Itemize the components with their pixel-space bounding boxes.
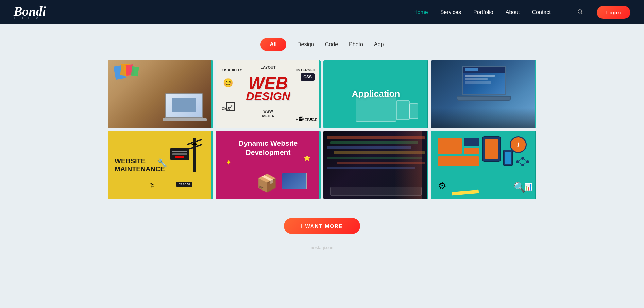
portfolio-item-7[interactable] <box>323 131 428 199</box>
app-card-label: Application <box>352 89 400 99</box>
pencil-icon <box>452 190 479 196</box>
laptop-screen <box>462 66 506 95</box>
date-badge: 05.20.59 <box>176 182 192 187</box>
mouse-icon-5: 🖱 <box>149 182 156 191</box>
nav-divider <box>563 8 563 16</box>
svg-line-1 <box>581 13 582 14</box>
app-monitor <box>356 96 396 122</box>
portfolio-item-4[interactable] <box>431 60 536 128</box>
portfolio-item-5[interactable]: WEBSITEMAINTENANCE 🔧 ☁ 🖱 05.20.59 <box>108 131 213 199</box>
logo: Bondi T H E M E <box>14 5 48 20</box>
wd-tag-layout: LAYOUT <box>260 65 275 69</box>
wd-main-text: WEB DESIGN <box>226 76 310 102</box>
wd-css-badge: CSS <box>301 73 315 81</box>
wd-tag-internet: INTERNET <box>296 68 315 72</box>
portfolio-row-1: USABILITY LAYOUT INTERNET WEB DESIGN CSS… <box>108 60 536 128</box>
logo-sub: T H E M E <box>14 16 48 20</box>
design-block-4 <box>438 156 479 166</box>
filter-photo[interactable]: Photo <box>349 41 363 48</box>
design-phone <box>503 150 513 166</box>
network-icon <box>516 157 529 168</box>
more-section: I WANT MORE <box>0 202 644 242</box>
portfolio-row-2: WEBSITEMAINTENANCE 🔧 ☁ 🖱 05.20.59 Dynami… <box>108 131 536 199</box>
filter-section: All Design Code Photo App <box>0 24 644 60</box>
nav-portfolio[interactable]: Portfolio <box>473 9 493 15</box>
dev-laptop <box>282 173 307 189</box>
star-icon: ⭐ <box>304 155 310 161</box>
portfolio-item-3[interactable]: Application <box>323 60 428 128</box>
nav-contact[interactable]: Contact <box>532 9 551 15</box>
filter-all[interactable]: All <box>260 38 286 51</box>
portfolio-item-8[interactable]: i ⚙ 🔍 📊 <box>431 131 536 199</box>
more-button[interactable]: I WANT MORE <box>284 218 360 234</box>
watermark: mostaqi.com <box>0 242 644 257</box>
teal-accent-3 <box>427 60 428 128</box>
portfolio-item-6[interactable]: Dynamic WebsiteDevelopment 📦 ✦ ⭐ <box>216 131 321 199</box>
teal-accent-7 <box>427 131 428 199</box>
teal-accent-1 <box>211 60 213 128</box>
nav-services[interactable]: Services <box>440 9 461 15</box>
coding-laptop <box>330 187 422 196</box>
app-phone <box>409 103 418 119</box>
header: Bondi T H E M E Home Services Portfolio … <box>0 0 644 24</box>
gear-icon: ⚙ <box>438 180 446 192</box>
design-block-3 <box>464 148 479 154</box>
design-block-2 <box>464 138 479 146</box>
teal-accent-5 <box>211 131 213 199</box>
svg-line-8 <box>518 162 523 165</box>
cloud-icon: ☁ <box>191 139 198 147</box>
filter-design[interactable]: Design <box>297 41 314 48</box>
wd-mouse-icon: 🖱 <box>308 116 314 122</box>
main-nav: Home Services Portfolio About Contact Lo… <box>413 6 630 19</box>
svg-line-9 <box>523 162 528 165</box>
login-button[interactable]: Login <box>597 6 630 19</box>
wd-check-icon: ✓ <box>226 102 235 111</box>
teal-accent-6 <box>319 131 321 199</box>
nav-about[interactable]: About <box>506 9 520 15</box>
dyndev-label: Dynamic WebsiteDevelopment <box>239 139 298 157</box>
info-icon: i <box>510 136 527 153</box>
wd-monitor-icon: 🖥 <box>297 114 304 122</box>
package-icon: 📦 <box>256 173 277 193</box>
design-tablet <box>482 136 501 162</box>
filter-app[interactable]: App <box>374 41 384 48</box>
wrench-icon: 🔧 <box>157 158 167 168</box>
search-icon[interactable] <box>576 8 584 16</box>
server-box <box>170 148 189 160</box>
portfolio-item-2[interactable]: USABILITY LAYOUT INTERNET WEB DESIGN CSS… <box>216 60 321 128</box>
teal-accent-2 <box>319 60 321 128</box>
portfolio-grid: USABILITY LAYOUT INTERNET WEB DESIGN CSS… <box>94 60 550 199</box>
design-block-1 <box>438 138 462 154</box>
svg-line-7 <box>523 158 528 162</box>
teal-accent-4 <box>535 60 536 128</box>
app-tablet <box>396 100 410 120</box>
svg-line-6 <box>518 158 523 162</box>
filter-code[interactable]: Code <box>325 41 338 48</box>
wd-tag-usability: USABILITY <box>222 68 242 72</box>
wd-smiley-icon: 😊 <box>223 78 233 88</box>
wd-arrow-icon: ↓ <box>267 108 270 115</box>
laptop-keyboard <box>457 96 511 101</box>
sparkle-icon: ✦ <box>226 158 232 166</box>
portfolio-item-1[interactable] <box>108 60 213 128</box>
nav-home[interactable]: Home <box>413 9 428 15</box>
magnifier-icon: 🔍 <box>513 182 525 193</box>
chart-icon: 📊 <box>524 183 533 191</box>
